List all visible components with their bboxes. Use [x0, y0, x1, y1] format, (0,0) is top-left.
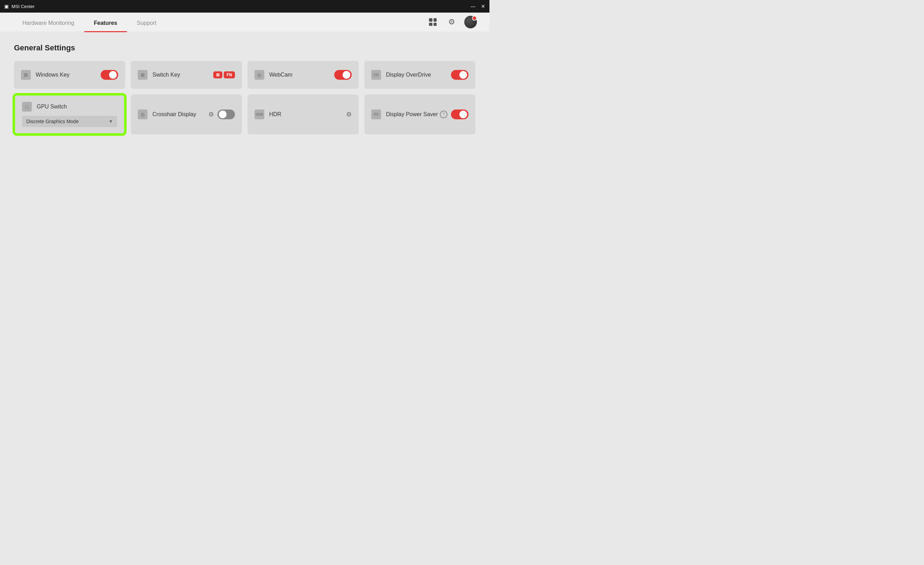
main-content: General Settings ⊞ Windows Key ⊞ Switch … [0, 32, 489, 146]
gpu-switch-dropdown[interactable]: Discrete Graphics Mode ▼ [22, 116, 117, 127]
app-title-group: ▣ MSI Center [4, 3, 34, 9]
display-power-saver-icon: PS [371, 110, 381, 119]
hdr-label: HDR [269, 111, 281, 117]
windows-key-label: Windows Key [36, 72, 70, 78]
card-gpu-switch: □ GPU Switch Discrete Graphics Mode ▼ [14, 95, 125, 134]
nav-bar: Hardware Monitoring Features Support ⚙ [0, 13, 489, 32]
gpu-switch-label: GPU Switch [37, 104, 67, 110]
chevron-down-icon: ▼ [109, 119, 113, 124]
switch-key-badge[interactable]: ⊞ FN [213, 71, 235, 78]
gear-icon: ⚙ [448, 18, 455, 27]
card-display-overdrive: OD Display OverDrive [364, 61, 476, 89]
gpu-dropdown-value: Discrete Graphics Mode [26, 119, 79, 124]
fn-key-badge: FN [224, 71, 235, 78]
nav-actions: ⚙ [426, 16, 477, 32]
close-button[interactable]: ✕ [481, 3, 485, 9]
grid-view-button[interactable] [426, 16, 439, 29]
windows-key-icon: ⊞ [21, 70, 31, 80]
webcam-toggle[interactable] [334, 70, 352, 80]
windows-key-toggle[interactable] [100, 70, 118, 80]
cards-grid: ⊞ Windows Key ⊞ Switch Key ⊞ FN ◎ WebCam [14, 61, 476, 134]
card-windows-key: ⊞ Windows Key [14, 61, 125, 89]
user-avatar[interactable] [464, 16, 477, 29]
crosshair-gear-icon[interactable]: ⚙ [208, 111, 214, 118]
win-key-badge: ⊞ [213, 71, 222, 78]
switch-key-label: Switch Key [152, 72, 180, 78]
crosshair-display-icon: ◎ [138, 110, 147, 119]
crosshair-display-label: Crosshair Display [152, 111, 196, 117]
app-title: MSI Center [12, 4, 34, 9]
display-overdrive-label: Display OverDrive [386, 72, 431, 78]
crosshair-display-toggle[interactable] [218, 110, 235, 119]
tab-support[interactable]: Support [127, 15, 166, 32]
help-icon[interactable]: ? [440, 111, 447, 118]
card-switch-key: ⊞ Switch Key ⊞ FN [131, 61, 242, 89]
hdr-icon: HDR [255, 110, 264, 119]
card-crosshair-display: ◎ Crosshair Display ⚙ [131, 95, 242, 134]
display-overdrive-toggle[interactable] [451, 70, 468, 80]
settings-button[interactable]: ⚙ [446, 16, 458, 29]
tab-features[interactable]: Features [84, 15, 127, 32]
nav-tabs: Hardware Monitoring Features Support [13, 15, 426, 32]
section-title: General Settings [14, 44, 476, 53]
card-display-power-saver: PS Display Power Saver ? [364, 95, 476, 134]
card-webcam: ◎ WebCam [248, 61, 359, 89]
app-icon: ▣ [4, 3, 9, 9]
gpu-switch-icon: □ [22, 102, 32, 111]
window-controls: — ✕ [471, 3, 485, 9]
hdr-gear-icon[interactable]: ⚙ [346, 111, 352, 118]
display-power-saver-toggle[interactable] [451, 110, 468, 119]
grid-icon [429, 18, 436, 26]
switch-key-icon: ⊞ [138, 70, 147, 80]
webcam-icon: ◎ [255, 70, 264, 80]
minimize-button[interactable]: — [471, 3, 476, 9]
display-overdrive-icon: OD [371, 70, 381, 80]
tab-hardware-monitoring[interactable]: Hardware Monitoring [13, 15, 84, 32]
titlebar: ▣ MSI Center — ✕ [0, 0, 489, 13]
webcam-label: WebCam [269, 72, 292, 78]
card-hdr: HDR HDR ⚙ [248, 95, 359, 134]
display-power-saver-label: Display Power Saver [386, 111, 438, 117]
